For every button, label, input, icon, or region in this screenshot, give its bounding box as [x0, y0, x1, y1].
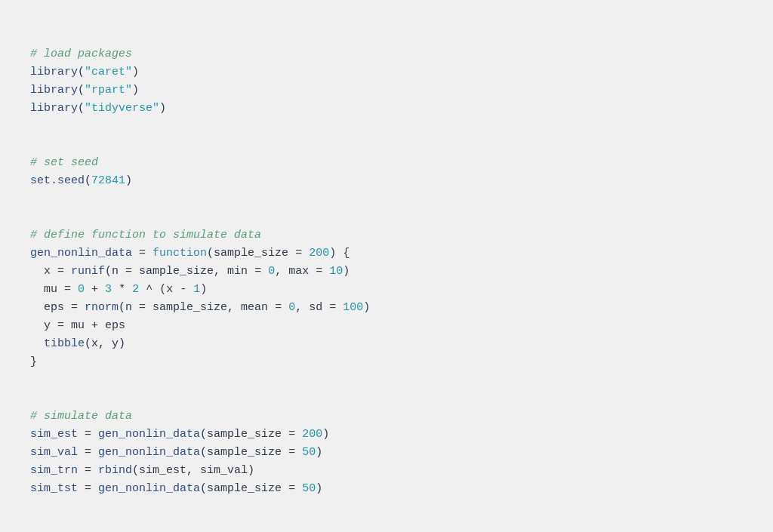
runif-line: x = runif(n = sample_size, min = 0, max … — [30, 265, 350, 278]
set-seed-comment: # set seed — [30, 156, 98, 169]
set-seed-line: set.seed(72841) — [30, 174, 132, 187]
tibble-line: tibble(x, y) — [30, 337, 125, 350]
eps-line: eps = rnorm(n = sample_size, mean = 0, s… — [30, 301, 370, 314]
library-rpart: library("rpart") — [30, 84, 139, 97]
code-container: # load packages library("caret") library… — [15, 15, 773, 532]
sim-tst-line: sim_tst = gen_nonlin_data(sample_size = … — [30, 482, 322, 495]
library-tidyverse: library("tidyverse") — [30, 102, 166, 115]
define-function-comment: # define function to simulate data — [30, 229, 261, 241]
function-def-line: gen_nonlin_data = function(sample_size =… — [30, 247, 350, 260]
sim-val-line: sim_val = gen_nonlin_data(sample_size = … — [30, 446, 322, 459]
closing-brace: } — [30, 355, 37, 368]
y-line: y = mu + eps — [30, 319, 125, 332]
mu-line: mu = 0 + 3 * 2 ^ (x - 1) — [30, 283, 207, 296]
sim-trn-line: sim_trn = rbind(sim_est, sim_val) — [30, 464, 254, 477]
library-caret: library("caret") — [30, 66, 139, 78]
sim-est-line: sim_est = gen_nonlin_data(sample_size = … — [30, 428, 329, 441]
code-block: # load packages library("caret") library… — [30, 27, 773, 532]
simulate-data-comment: # simulate data — [30, 410, 132, 423]
load-packages-comment: # load packages — [30, 48, 132, 60]
